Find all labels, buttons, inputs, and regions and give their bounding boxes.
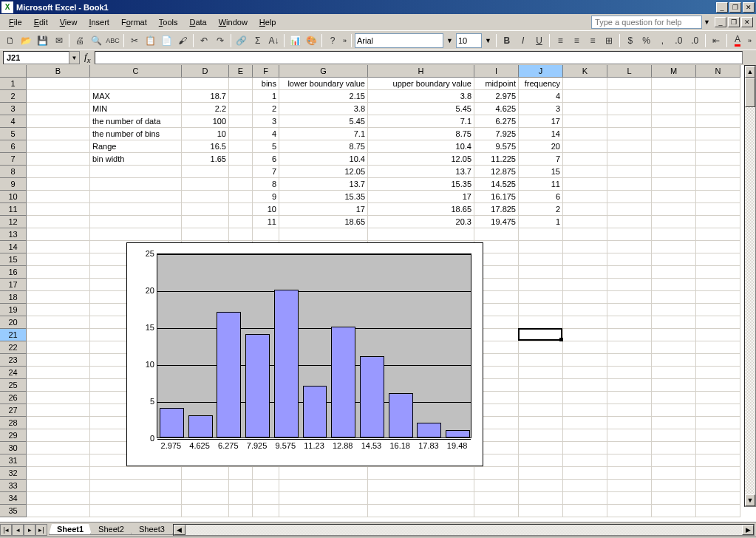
cell-D33[interactable] [182,480,229,492]
cell-N22[interactable] [696,341,740,354]
cell-F9[interactable]: 8 [253,178,279,191]
cell-J10[interactable]: 6 [519,191,563,203]
col-header-D[interactable]: D [182,65,229,78]
maximize-button[interactable]: ❐ [729,2,741,13]
cell-K28[interactable] [563,417,607,429]
cell-I3[interactable]: 4.625 [474,103,519,115]
cell-B9[interactable] [27,178,90,191]
cell-B16[interactable] [27,266,90,279]
cell-H35[interactable] [368,505,474,517]
cell-L13[interactable] [607,228,652,241]
cell-D3[interactable]: 2.2 [182,103,229,115]
cell-D7[interactable]: 1.65 [182,153,229,166]
cell-J16[interactable] [519,266,563,279]
cell-J5[interactable]: 14 [519,128,563,140]
cell-G1[interactable]: lower boundary value [279,78,368,90]
row-header-19[interactable]: 19 [0,304,27,316]
cell-D13[interactable] [182,228,229,241]
cell-C32[interactable] [90,467,182,480]
cell-K33[interactable] [563,480,607,492]
underline-button[interactable]: U [532,33,547,49]
cell-B2[interactable] [27,90,90,103]
cell-G3[interactable]: 3.8 [279,103,368,115]
cell-H7[interactable]: 12.05 [368,153,474,166]
fx-icon[interactable]: fx [84,51,90,64]
cell-H32[interactable] [368,467,474,480]
cell-M17[interactable] [652,279,696,291]
decrease-indent-button[interactable]: ⇤ [709,33,723,49]
cell-M9[interactable] [652,178,696,191]
cell-H4[interactable]: 7.1 [368,115,474,128]
print-button[interactable]: 🖨 [72,33,87,49]
cell-N31[interactable] [696,454,740,467]
cell-K22[interactable] [563,341,607,354]
cell-J30[interactable] [519,442,563,454]
redo-button[interactable]: ↷ [213,33,228,49]
row-header-28[interactable]: 28 [0,417,27,429]
close-button[interactable]: ✕ [743,2,755,13]
cell-H2[interactable]: 3.8 [368,90,474,103]
row-header-20[interactable]: 20 [0,316,27,329]
cell-G11[interactable]: 17 [279,203,368,216]
cell-G4[interactable]: 5.45 [279,115,368,128]
cell-D1[interactable] [182,78,229,90]
cell-C13[interactable] [90,228,182,241]
col-header-J[interactable]: J [519,65,563,78]
cell-B7[interactable] [27,153,90,166]
cell-L16[interactable] [607,266,652,279]
cell-C5[interactable]: the number of bins [90,128,182,140]
cell-K4[interactable] [563,115,607,128]
cell-N19[interactable] [696,304,740,316]
cell-M24[interactable] [652,367,696,379]
cell-M14[interactable] [652,241,696,253]
bold-button[interactable]: B [500,33,514,49]
col-header-E[interactable]: E [229,65,253,78]
cell-M26[interactable] [652,392,696,404]
cell-F10[interactable]: 9 [253,191,279,203]
cell-E13[interactable] [229,228,253,241]
cell-J31[interactable] [519,454,563,467]
cell-B34[interactable] [27,492,90,505]
cell-N26[interactable] [696,392,740,404]
row-header-23[interactable]: 23 [0,354,27,367]
cell-N3[interactable] [696,103,740,115]
cell-G6[interactable]: 8.75 [279,140,368,153]
row-header-2[interactable]: 2 [0,90,27,103]
cell-J14[interactable] [519,241,563,253]
row-header-18[interactable]: 18 [0,291,27,304]
cell-L28[interactable] [607,417,652,429]
col-header-C[interactable]: C [90,65,182,78]
email-button[interactable]: ✉ [52,33,67,49]
format-painter-button[interactable]: 🖌 [175,33,190,49]
col-header-B[interactable]: B [27,65,90,78]
tab-nav-first-button[interactable]: |◂ [0,524,12,536]
cell-L10[interactable] [607,191,652,203]
cell-E5[interactable] [229,128,253,140]
menu-help[interactable]: Help [253,16,282,28]
cell-J7[interactable]: 7 [519,153,563,166]
cell-E3[interactable] [229,103,253,115]
cell-I35[interactable] [474,505,519,517]
cell-D12[interactable] [182,216,229,228]
cell-B25[interactable] [27,379,90,392]
cell-N29[interactable] [696,429,740,442]
cell-K3[interactable] [563,103,607,115]
col-header-G[interactable]: G [279,65,368,78]
cell-H1[interactable]: upper boundary value [368,78,474,90]
merge-center-button[interactable]: ⊞ [602,33,616,49]
cell-B18[interactable] [27,291,90,304]
vertical-scrollbar[interactable]: ▲ ▼ [744,65,756,507]
cell-K23[interactable] [563,354,607,367]
cell-J1[interactable]: frequency [519,78,563,90]
cell-E11[interactable] [229,203,253,216]
percent-button[interactable]: % [639,33,654,49]
cell-G13[interactable] [279,228,368,241]
col-header-F[interactable]: F [253,65,279,78]
cell-K8[interactable] [563,166,607,178]
cell-B21[interactable] [27,329,90,341]
cell-B29[interactable] [27,429,90,442]
cell-J32[interactable] [519,467,563,480]
row-header-17[interactable]: 17 [0,279,27,291]
cell-J11[interactable]: 2 [519,203,563,216]
cell-D32[interactable] [182,467,229,480]
